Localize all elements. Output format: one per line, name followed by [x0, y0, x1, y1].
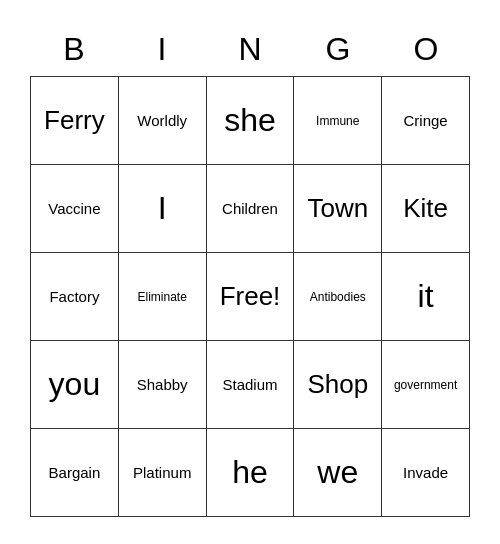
bingo-cell-r1-c1: I	[119, 165, 207, 253]
bingo-cell-r0-c1: Worldly	[119, 77, 207, 165]
bingo-cell-r3-c3: Shop	[294, 341, 382, 429]
bingo-cell-r1-c4: Kite	[382, 165, 470, 253]
bingo-cell-r0-c3: Immune	[294, 77, 382, 165]
bingo-cell-r4-c3: we	[294, 429, 382, 517]
bingo-cell-r3-c0: you	[31, 341, 119, 429]
bingo-cell-r3-c4: government	[382, 341, 470, 429]
header-letter-g: G	[294, 27, 382, 72]
bingo-cell-r3-c1: Shabby	[119, 341, 207, 429]
bingo-cell-r1-c3: Town	[294, 165, 382, 253]
bingo-cell-r2-c1: Eliminate	[119, 253, 207, 341]
bingo-cell-r2-c0: Factory	[31, 253, 119, 341]
bingo-cell-r1-c2: Children	[207, 165, 295, 253]
bingo-cell-r4-c2: he	[207, 429, 295, 517]
bingo-cell-r4-c0: Bargain	[31, 429, 119, 517]
bingo-grid: FerryWorldlysheImmuneCringeVaccineIChild…	[30, 76, 470, 517]
header-letter-i: I	[118, 27, 206, 72]
bingo-cell-r4-c4: Invade	[382, 429, 470, 517]
bingo-cell-r4-c1: Platinum	[119, 429, 207, 517]
header-letter-o: O	[382, 27, 470, 72]
bingo-card: BINGO FerryWorldlysheImmuneCringeVaccine…	[20, 17, 480, 527]
header-letter-b: B	[30, 27, 118, 72]
bingo-cell-r3-c2: Stadium	[207, 341, 295, 429]
bingo-header: BINGO	[30, 27, 470, 72]
header-letter-n: N	[206, 27, 294, 72]
bingo-cell-r0-c2: she	[207, 77, 295, 165]
bingo-cell-r2-c2: Free!	[207, 253, 295, 341]
bingo-cell-r0-c4: Cringe	[382, 77, 470, 165]
bingo-cell-r0-c0: Ferry	[31, 77, 119, 165]
bingo-cell-r2-c4: it	[382, 253, 470, 341]
bingo-cell-r1-c0: Vaccine	[31, 165, 119, 253]
bingo-cell-r2-c3: Antibodies	[294, 253, 382, 341]
